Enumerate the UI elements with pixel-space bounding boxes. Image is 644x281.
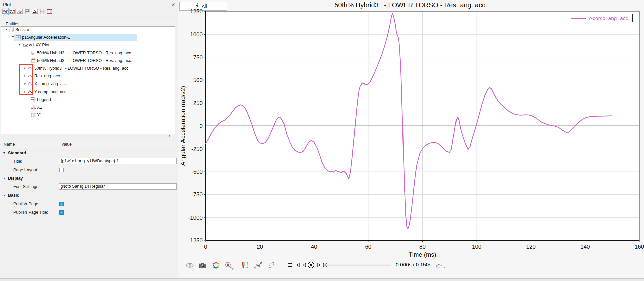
property-section-row: ▾Display xyxy=(1,174,175,183)
crossed-curves-icon[interactable] xyxy=(9,8,16,15)
tree-item-label: p1:Angular Acceleration-1 xyxy=(22,34,70,41)
column-divider[interactable] xyxy=(58,141,58,148)
y-tick-label: 250 xyxy=(193,100,203,106)
plot-curves-icon[interactable] xyxy=(2,8,8,15)
flag-icon[interactable] xyxy=(24,8,31,15)
property-row: Page Layout: xyxy=(1,166,175,174)
page-icon xyxy=(16,35,21,40)
plot-browser-panel: Plot ✕ Entities ▾Session▾p1:Angular Acce… xyxy=(0,0,178,281)
table-icon[interactable] xyxy=(46,8,53,15)
tree-row[interactable]: 50th% Hybrid3 - LOWER TORSO - Res. ang. … xyxy=(1,49,175,57)
property-label: Publish Page: xyxy=(13,200,39,208)
zoom-model-icon[interactable] xyxy=(225,261,233,269)
tree-item-label: 50th% Hybrid3 - LOWER TORSO - Res. ang. … xyxy=(34,65,129,72)
property-label: Page Layout: xyxy=(13,166,38,174)
splitter-collapse-icon[interactable]: » xyxy=(168,135,172,137)
column-divider[interactable] xyxy=(145,21,145,26)
triangle-plot-icon[interactable] xyxy=(32,8,38,15)
tree-row[interactable]: 50th% Hybrid3 - LOWER TORSO - Res. ang. … xyxy=(1,57,175,65)
tree-row[interactable]: Legend xyxy=(1,96,175,104)
tree-expander-icon[interactable]: ▾ xyxy=(4,27,8,31)
x-axis-icon xyxy=(31,105,36,110)
tree-item-label: 50th% Hybrid3 - LOWER TORSO - Res. ang. … xyxy=(37,57,132,65)
panel-splitter-handle[interactable]: · · · xyxy=(80,134,101,138)
property-checkbox[interactable]: ✓ xyxy=(59,210,64,215)
property-value-input[interactable]: {p1w1c1.orig_y.HWDatatype}-1 xyxy=(59,158,177,164)
tree-row[interactable]: ▾w1:XY Plot xyxy=(1,41,175,49)
y-tick-label: 500 xyxy=(193,77,203,83)
tree-item-label: 50th% Hybrid3 - LOWER TORSO - Res. ang. … xyxy=(37,49,132,57)
play-icon[interactable] xyxy=(307,261,315,269)
x-tick-label: 20 xyxy=(257,244,263,250)
y-tick-label: 1000 xyxy=(190,31,203,38)
tree-row[interactable]: ▾Session xyxy=(1,27,175,34)
tree-row[interactable]: Y1 xyxy=(1,111,175,119)
step-forward-icon[interactable] xyxy=(316,262,322,268)
x-tick-label: 100 xyxy=(472,244,481,250)
entities-header-label: Entities xyxy=(6,22,19,26)
xy-plot-canvas[interactable]: 020406080100120140160-1250-1000-750-500-… xyxy=(178,0,644,260)
curve-points-icon[interactable] xyxy=(254,261,262,269)
feather-icon[interactable] xyxy=(267,261,275,269)
x-tick-label: 80 xyxy=(419,244,426,250)
application-window: Plot ✕ Entities ▾Session▾p1:Angular Acce… xyxy=(0,0,644,281)
section-expander-icon[interactable]: ▾ xyxy=(3,151,5,155)
axis-grid-icon[interactable] xyxy=(39,8,45,15)
step-back-icon[interactable] xyxy=(301,262,307,268)
hamburger-menu-icon[interactable] xyxy=(287,262,293,268)
legend[interactable]: Y-comp. ang. acc. xyxy=(568,14,633,22)
property-checkbox[interactable]: ✓ xyxy=(59,202,64,206)
panel-sheet-icon[interactable] xyxy=(241,261,249,269)
xy-plot-icon xyxy=(22,42,28,48)
trace-dropdown-arrow-icon[interactable]: ▾ xyxy=(443,266,445,269)
annotation-red-box xyxy=(19,64,33,95)
property-section-row: ▾Basic xyxy=(1,191,175,200)
y-tick-label: -250 xyxy=(191,146,203,152)
datasheet-red-icon xyxy=(31,58,36,63)
close-icon[interactable]: ✕ xyxy=(170,2,176,8)
x-tick-label: 60 xyxy=(365,244,371,250)
tree-item-label: Legend xyxy=(37,96,51,104)
tree-row[interactable]: ▾p1:Angular Acceleration-1 xyxy=(1,34,175,41)
x-tick-label: 40 xyxy=(311,244,317,250)
session-icon xyxy=(9,27,14,32)
plot-window: All ⌄ 50th% Hybrid3 - LOWER TORSO - Res.… xyxy=(178,0,644,281)
marker-plot-icon[interactable] xyxy=(17,8,23,15)
y-tick-label: 750 xyxy=(193,54,203,61)
property-row: Publish Page Title:✓ xyxy=(1,208,175,217)
property-row: Title:{p1w1c1.orig_y.HWDatatype}-1 xyxy=(1,157,175,166)
x-tick-label: 0 xyxy=(204,244,207,250)
property-value-input[interactable]: {Noto Sans} 14 Regular xyxy=(59,183,177,190)
y-tick-label: 1250 xyxy=(190,8,203,15)
tree-row[interactable]: X1 xyxy=(1,104,175,111)
x-tick-label: 140 xyxy=(580,244,590,250)
animation-slider[interactable] xyxy=(325,264,391,266)
trace-angle-icon[interactable] xyxy=(435,261,443,269)
property-checkbox[interactable] xyxy=(59,168,64,172)
y-tick-label: -1250 xyxy=(188,237,203,244)
animation-time-label: 0.000s / 0.150s xyxy=(396,262,431,268)
entities-column-header[interactable]: Entities xyxy=(1,21,175,27)
legend-entry-label: Y-comp. ang. acc. xyxy=(588,15,630,21)
color-palette-icon[interactable] xyxy=(212,261,220,269)
tree-item-label: Res. ang. acc. xyxy=(34,72,61,80)
section-label: Standard xyxy=(8,149,26,157)
tree-item-label: Session xyxy=(15,27,30,34)
window-bottom-edge xyxy=(0,278,644,281)
skip-start-icon[interactable] xyxy=(294,262,301,268)
legend-icon xyxy=(31,97,36,102)
legend-line-sample xyxy=(571,18,586,18)
snapshot-camera-icon[interactable] xyxy=(199,261,207,269)
property-label: Title: xyxy=(13,157,22,166)
section-expander-icon[interactable]: ▾ xyxy=(3,176,5,180)
tree-item-label: X-comp. ang. acc. xyxy=(34,80,68,88)
section-label: Display xyxy=(8,174,23,183)
section-expander-icon[interactable]: ▾ xyxy=(3,193,5,197)
property-label: Publish Page Title: xyxy=(13,208,48,217)
y-tick-label: -750 xyxy=(191,191,203,198)
value-column-header: Value xyxy=(61,142,72,147)
zoom-dropdown-arrow-icon[interactable]: ▾ xyxy=(232,267,234,271)
y-axis-icon xyxy=(31,112,36,118)
preview-eye-icon[interactable] xyxy=(186,261,194,269)
tree-expander-icon[interactable]: ▾ xyxy=(18,43,22,46)
